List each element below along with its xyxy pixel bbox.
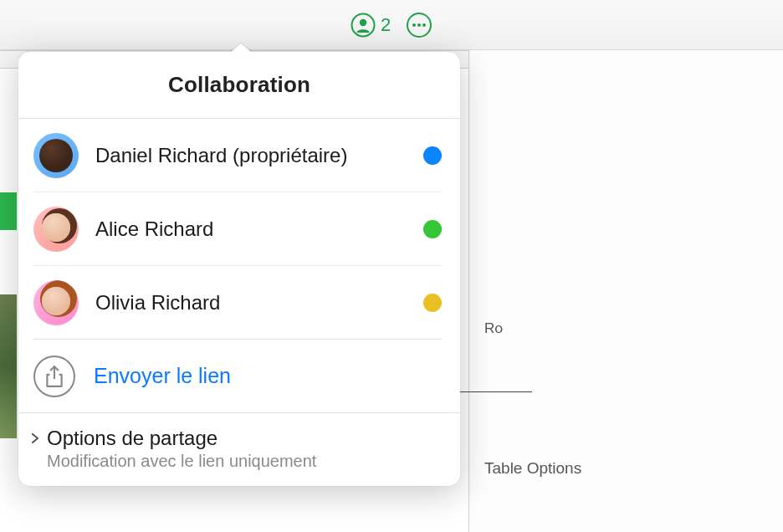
popover-title: Collaboration: [168, 72, 310, 98]
format-panel: Rᴏ Table Options: [468, 50, 783, 532]
panel-table-options-label: Table Options: [484, 453, 768, 484]
share-options-subtitle: Modification avec le lien uniquement: [47, 452, 445, 471]
panel-text-fragment: Rᴏ: [484, 313, 768, 344]
participant-name: Alice Richard: [95, 217, 423, 241]
participant-count: 2: [381, 14, 391, 36]
participant-name: Olivia Richard: [95, 291, 423, 315]
avatar: [33, 133, 79, 178]
popover-arrow: [229, 43, 253, 54]
popover-header: Collaboration: [18, 52, 460, 119]
participant-row[interactable]: Alice Richard: [18, 192, 460, 266]
toolbar: 2: [0, 0, 783, 50]
people-icon: [351, 13, 376, 38]
svg-point-5: [422, 23, 426, 27]
participant-name: Daniel Richard (propriétaire): [95, 144, 423, 167]
share-options-button[interactable]: Options de partage Modification avec le …: [18, 413, 460, 486]
status-dot: [423, 294, 442, 312]
more-button[interactable]: [406, 12, 432, 38]
send-link-label: Envoyer le lien: [94, 364, 231, 388]
svg-point-1: [360, 18, 366, 25]
collaboration-button[interactable]: 2: [351, 13, 391, 38]
svg-point-3: [412, 23, 416, 27]
status-dot: [423, 146, 442, 165]
avatar: [33, 280, 79, 325]
collaboration-popover: Collaboration Daniel Richard (propriétai…: [18, 52, 460, 486]
avatar: [33, 207, 79, 252]
send-link-button[interactable]: Envoyer le lien: [18, 340, 460, 413]
image-fragment: [0, 294, 17, 438]
share-icon: [33, 356, 75, 397]
status-dot: [423, 220, 442, 238]
chevron-right-icon: [30, 433, 40, 443]
svg-point-4: [417, 23, 421, 27]
more-icon: [406, 12, 432, 38]
participant-row[interactable]: Olivia Richard: [18, 266, 460, 340]
share-options-title: Options de partage: [47, 427, 445, 450]
cell-highlight-fragment: [0, 192, 17, 230]
participant-list: Daniel Richard (propriétaire) Alice Rich…: [18, 119, 460, 340]
participant-row[interactable]: Daniel Richard (propriétaire): [18, 119, 460, 192]
